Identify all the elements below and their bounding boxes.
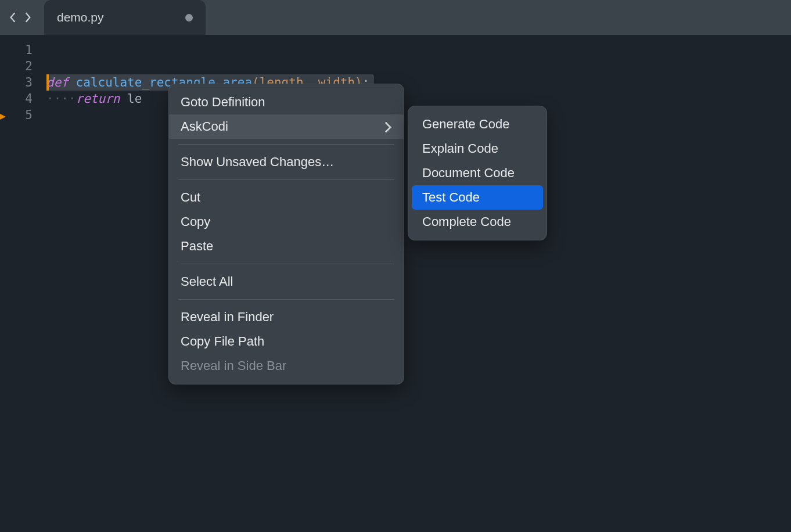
menu-label: Paste (181, 239, 213, 254)
menu-label: Complete Code (422, 214, 511, 229)
context-menu: Goto Definition AskCodi Show Unsaved Cha… (168, 84, 404, 384)
menu-askcodi[interactable]: AskCodi (169, 114, 404, 139)
menu-label: Generate Code (422, 117, 509, 132)
menu-label: Copy (181, 214, 210, 229)
fold-indicator-icon[interactable] (0, 110, 8, 123)
menu-label: AskCodi (181, 119, 228, 134)
menu-label: Reveal in Finder (181, 310, 274, 325)
submenu-document-code[interactable]: Document Code (412, 161, 543, 185)
line-number: 3 (0, 74, 33, 91)
line-number: 1 (0, 42, 33, 58)
submenu-test-code[interactable]: Test Code (412, 185, 543, 210)
submenu-generate-code[interactable]: Generate Code (412, 112, 543, 136)
menu-label: Show Unsaved Changes… (181, 154, 334, 170)
menu-cut[interactable]: Cut (169, 185, 404, 210)
menu-label: Copy File Path (181, 334, 264, 349)
tab-filename: demo.py (57, 10, 104, 24)
menu-goto-definition[interactable]: Goto Definition (169, 90, 404, 114)
selection-marker (46, 74, 49, 91)
tab-demo-py[interactable]: demo.py (44, 0, 206, 35)
menu-label: Reveal in Side Bar (181, 358, 286, 373)
tab-modified-dot-icon (185, 14, 193, 21)
code-line-4: ····return le (46, 91, 791, 107)
gutter: 1 2 3 4 5 (0, 35, 46, 532)
menu-label: Select All (181, 274, 233, 289)
menu-label: Goto Definition (181, 95, 265, 110)
menu-separator (178, 299, 394, 300)
line-number: 4 (0, 91, 33, 107)
code-line-1 (46, 42, 791, 58)
menu-label: Test Code (422, 190, 480, 205)
nav-back-icon[interactable] (7, 12, 19, 23)
menu-label: Document Code (422, 166, 515, 181)
nav-forward-icon[interactable] (22, 12, 34, 23)
submenu-askcodi: Generate Code Explain Code Document Code… (408, 106, 547, 240)
submenu-explain-code[interactable]: Explain Code (412, 136, 543, 161)
menu-label: Explain Code (422, 141, 498, 156)
line-number: 2 (0, 58, 33, 74)
menu-reveal-in-side-bar: Reveal in Side Bar (169, 354, 404, 378)
menu-paste[interactable]: Paste (169, 234, 404, 258)
menu-copy-file-path[interactable]: Copy File Path (169, 329, 404, 354)
menu-separator (178, 144, 394, 145)
menu-separator (178, 264, 394, 264)
menu-separator (178, 179, 394, 180)
chevron-right-icon (384, 121, 392, 132)
code-line-3: def calculate_rectangle_area(length, wid… (46, 74, 791, 91)
menu-reveal-in-finder[interactable]: Reveal in Finder (169, 305, 404, 329)
menu-copy[interactable]: Copy (169, 210, 404, 234)
nav-arrows (7, 12, 34, 23)
menu-select-all[interactable]: Select All (169, 269, 404, 294)
submenu-complete-code[interactable]: Complete Code (412, 210, 543, 234)
menu-label: Cut (181, 190, 200, 205)
code-line-2 (46, 58, 791, 74)
titlebar: demo.py (0, 0, 791, 35)
menu-show-unsaved-changes[interactable]: Show Unsaved Changes… (169, 150, 404, 174)
